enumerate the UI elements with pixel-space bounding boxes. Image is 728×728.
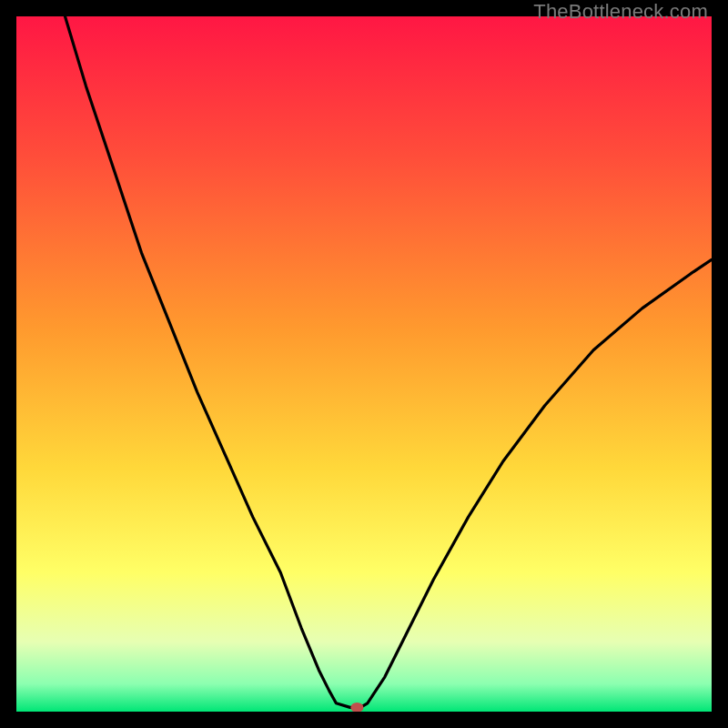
watermark-text: TheBottleneck.com — [533, 0, 708, 24]
gradient-background — [16, 16, 712, 712]
bottleneck-curve-chart — [16, 16, 712, 712]
chart-container — [16, 16, 712, 712]
